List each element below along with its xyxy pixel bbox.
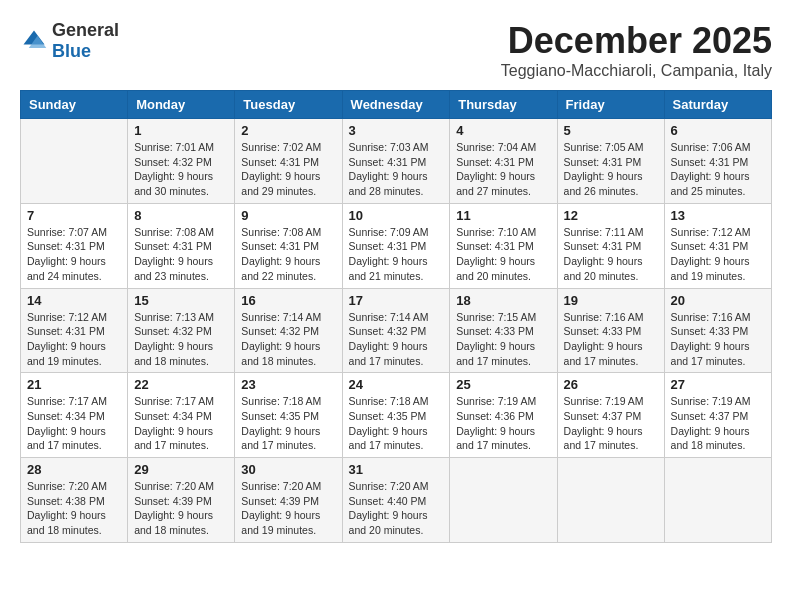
calendar-day-4: 4Sunrise: 7:04 AM Sunset: 4:31 PM Daylig… [450, 119, 557, 204]
calendar-day-20: 20Sunrise: 7:16 AM Sunset: 4:33 PM Dayli… [664, 288, 771, 373]
calendar-day-3: 3Sunrise: 7:03 AM Sunset: 4:31 PM Daylig… [342, 119, 450, 204]
day-number: 29 [134, 462, 228, 477]
day-number: 24 [349, 377, 444, 392]
day-number: 4 [456, 123, 550, 138]
day-info: Sunrise: 7:13 AM Sunset: 4:32 PM Dayligh… [134, 310, 228, 369]
day-number: 22 [134, 377, 228, 392]
day-number: 15 [134, 293, 228, 308]
day-info: Sunrise: 7:14 AM Sunset: 4:32 PM Dayligh… [241, 310, 335, 369]
day-number: 9 [241, 208, 335, 223]
weekday-header-wednesday: Wednesday [342, 91, 450, 119]
day-info: Sunrise: 7:18 AM Sunset: 4:35 PM Dayligh… [241, 394, 335, 453]
day-info: Sunrise: 7:16 AM Sunset: 4:33 PM Dayligh… [564, 310, 658, 369]
day-info: Sunrise: 7:06 AM Sunset: 4:31 PM Dayligh… [671, 140, 765, 199]
calendar-day-24: 24Sunrise: 7:18 AM Sunset: 4:35 PM Dayli… [342, 373, 450, 458]
logo: General Blue [20, 20, 119, 62]
calendar-day-13: 13Sunrise: 7:12 AM Sunset: 4:31 PM Dayli… [664, 203, 771, 288]
day-number: 1 [134, 123, 228, 138]
day-number: 25 [456, 377, 550, 392]
day-number: 30 [241, 462, 335, 477]
day-info: Sunrise: 7:08 AM Sunset: 4:31 PM Dayligh… [134, 225, 228, 284]
calendar-day-19: 19Sunrise: 7:16 AM Sunset: 4:33 PM Dayli… [557, 288, 664, 373]
day-number: 28 [27, 462, 121, 477]
title-area: December 2025 Teggiano-Macchiaroli, Camp… [501, 20, 772, 80]
day-number: 19 [564, 293, 658, 308]
day-info: Sunrise: 7:18 AM Sunset: 4:35 PM Dayligh… [349, 394, 444, 453]
calendar-day-27: 27Sunrise: 7:19 AM Sunset: 4:37 PM Dayli… [664, 373, 771, 458]
location-title: Teggiano-Macchiaroli, Campania, Italy [501, 62, 772, 80]
day-info: Sunrise: 7:12 AM Sunset: 4:31 PM Dayligh… [27, 310, 121, 369]
day-number: 3 [349, 123, 444, 138]
day-info: Sunrise: 7:14 AM Sunset: 4:32 PM Dayligh… [349, 310, 444, 369]
calendar-day-31: 31Sunrise: 7:20 AM Sunset: 4:40 PM Dayli… [342, 458, 450, 543]
empty-day-cell [450, 458, 557, 543]
calendar-day-14: 14Sunrise: 7:12 AM Sunset: 4:31 PM Dayli… [21, 288, 128, 373]
day-number: 27 [671, 377, 765, 392]
calendar-day-26: 26Sunrise: 7:19 AM Sunset: 4:37 PM Dayli… [557, 373, 664, 458]
calendar-week-row: 28Sunrise: 7:20 AM Sunset: 4:38 PM Dayli… [21, 458, 772, 543]
calendar-day-9: 9Sunrise: 7:08 AM Sunset: 4:31 PM Daylig… [235, 203, 342, 288]
day-number: 7 [27, 208, 121, 223]
empty-day-cell [21, 119, 128, 204]
day-number: 31 [349, 462, 444, 477]
empty-day-cell [557, 458, 664, 543]
day-info: Sunrise: 7:20 AM Sunset: 4:39 PM Dayligh… [241, 479, 335, 538]
weekday-header-monday: Monday [128, 91, 235, 119]
day-info: Sunrise: 7:04 AM Sunset: 4:31 PM Dayligh… [456, 140, 550, 199]
weekday-header-friday: Friday [557, 91, 664, 119]
day-info: Sunrise: 7:19 AM Sunset: 4:36 PM Dayligh… [456, 394, 550, 453]
page-header: General Blue December 2025 Teggiano-Macc… [20, 20, 772, 80]
day-info: Sunrise: 7:07 AM Sunset: 4:31 PM Dayligh… [27, 225, 121, 284]
day-info: Sunrise: 7:15 AM Sunset: 4:33 PM Dayligh… [456, 310, 550, 369]
day-info: Sunrise: 7:08 AM Sunset: 4:31 PM Dayligh… [241, 225, 335, 284]
day-number: 5 [564, 123, 658, 138]
day-info: Sunrise: 7:05 AM Sunset: 4:31 PM Dayligh… [564, 140, 658, 199]
calendar-day-15: 15Sunrise: 7:13 AM Sunset: 4:32 PM Dayli… [128, 288, 235, 373]
calendar-week-row: 14Sunrise: 7:12 AM Sunset: 4:31 PM Dayli… [21, 288, 772, 373]
calendar-day-17: 17Sunrise: 7:14 AM Sunset: 4:32 PM Dayli… [342, 288, 450, 373]
calendar-day-28: 28Sunrise: 7:20 AM Sunset: 4:38 PM Dayli… [21, 458, 128, 543]
calendar-week-row: 7Sunrise: 7:07 AM Sunset: 4:31 PM Daylig… [21, 203, 772, 288]
calendar-day-10: 10Sunrise: 7:09 AM Sunset: 4:31 PM Dayli… [342, 203, 450, 288]
calendar-week-row: 21Sunrise: 7:17 AM Sunset: 4:34 PM Dayli… [21, 373, 772, 458]
weekday-header-saturday: Saturday [664, 91, 771, 119]
day-number: 12 [564, 208, 658, 223]
day-number: 13 [671, 208, 765, 223]
calendar-table: SundayMondayTuesdayWednesdayThursdayFrid… [20, 90, 772, 543]
day-info: Sunrise: 7:10 AM Sunset: 4:31 PM Dayligh… [456, 225, 550, 284]
calendar-day-5: 5Sunrise: 7:05 AM Sunset: 4:31 PM Daylig… [557, 119, 664, 204]
day-number: 18 [456, 293, 550, 308]
day-info: Sunrise: 7:17 AM Sunset: 4:34 PM Dayligh… [27, 394, 121, 453]
weekday-header-thursday: Thursday [450, 91, 557, 119]
day-info: Sunrise: 7:20 AM Sunset: 4:39 PM Dayligh… [134, 479, 228, 538]
day-info: Sunrise: 7:09 AM Sunset: 4:31 PM Dayligh… [349, 225, 444, 284]
day-info: Sunrise: 7:17 AM Sunset: 4:34 PM Dayligh… [134, 394, 228, 453]
empty-day-cell [664, 458, 771, 543]
day-number: 8 [134, 208, 228, 223]
day-info: Sunrise: 7:16 AM Sunset: 4:33 PM Dayligh… [671, 310, 765, 369]
day-number: 14 [27, 293, 121, 308]
day-info: Sunrise: 7:02 AM Sunset: 4:31 PM Dayligh… [241, 140, 335, 199]
calendar-day-2: 2Sunrise: 7:02 AM Sunset: 4:31 PM Daylig… [235, 119, 342, 204]
calendar-day-16: 16Sunrise: 7:14 AM Sunset: 4:32 PM Dayli… [235, 288, 342, 373]
day-number: 6 [671, 123, 765, 138]
calendar-day-6: 6Sunrise: 7:06 AM Sunset: 4:31 PM Daylig… [664, 119, 771, 204]
day-number: 20 [671, 293, 765, 308]
calendar-day-22: 22Sunrise: 7:17 AM Sunset: 4:34 PM Dayli… [128, 373, 235, 458]
day-number: 21 [27, 377, 121, 392]
day-info: Sunrise: 7:20 AM Sunset: 4:38 PM Dayligh… [27, 479, 121, 538]
logo-text: General Blue [52, 20, 119, 62]
weekday-header-sunday: Sunday [21, 91, 128, 119]
day-number: 10 [349, 208, 444, 223]
calendar-day-23: 23Sunrise: 7:18 AM Sunset: 4:35 PM Dayli… [235, 373, 342, 458]
day-info: Sunrise: 7:19 AM Sunset: 4:37 PM Dayligh… [564, 394, 658, 453]
calendar-day-18: 18Sunrise: 7:15 AM Sunset: 4:33 PM Dayli… [450, 288, 557, 373]
day-number: 17 [349, 293, 444, 308]
day-info: Sunrise: 7:03 AM Sunset: 4:31 PM Dayligh… [349, 140, 444, 199]
day-number: 23 [241, 377, 335, 392]
calendar-day-8: 8Sunrise: 7:08 AM Sunset: 4:31 PM Daylig… [128, 203, 235, 288]
calendar-week-row: 1Sunrise: 7:01 AM Sunset: 4:32 PM Daylig… [21, 119, 772, 204]
month-title: December 2025 [501, 20, 772, 62]
day-number: 16 [241, 293, 335, 308]
calendar-day-21: 21Sunrise: 7:17 AM Sunset: 4:34 PM Dayli… [21, 373, 128, 458]
